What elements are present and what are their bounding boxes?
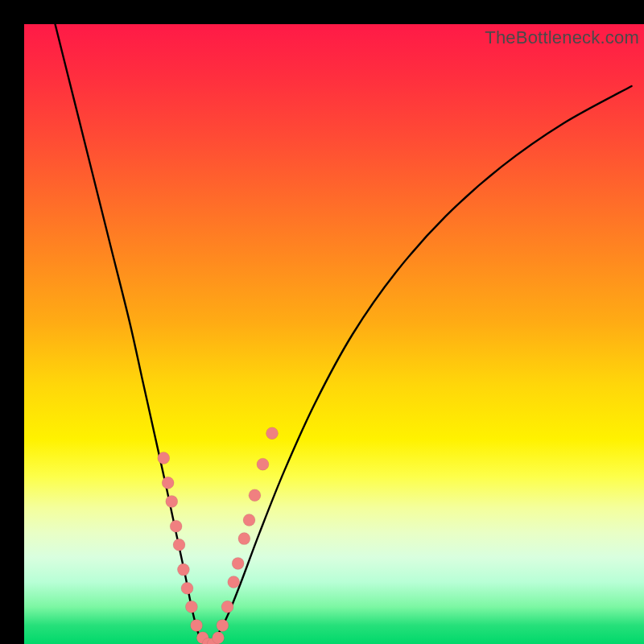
data-point: [181, 582, 193, 594]
data-point: [238, 533, 250, 545]
data-point: [217, 619, 229, 631]
data-point: [228, 576, 240, 588]
data-point: [207, 638, 219, 645]
data-point: [158, 452, 170, 464]
data-point: [221, 601, 233, 613]
chart-frame: TheBottleneck.com: [0, 0, 644, 644]
curve-layer: [24, 24, 644, 644]
watermark-label: TheBottleneck.com: [485, 27, 639, 48]
bottleneck-curve: [56, 24, 632, 644]
data-point: [257, 458, 269, 470]
data-point: [177, 564, 189, 576]
data-point: [213, 632, 225, 644]
data-point: [266, 427, 279, 440]
data-point: [249, 489, 261, 502]
data-point: [173, 539, 185, 551]
data-point: [196, 632, 208, 644]
data-points: [158, 427, 279, 644]
data-point: [170, 520, 182, 532]
data-point: [243, 514, 255, 526]
data-point: [166, 495, 178, 507]
data-point: [232, 557, 244, 569]
data-point: [202, 638, 214, 645]
data-point: [162, 477, 174, 489]
data-point: [191, 619, 203, 631]
plot-area: TheBottleneck.com: [24, 24, 644, 644]
data-point: [185, 601, 197, 613]
